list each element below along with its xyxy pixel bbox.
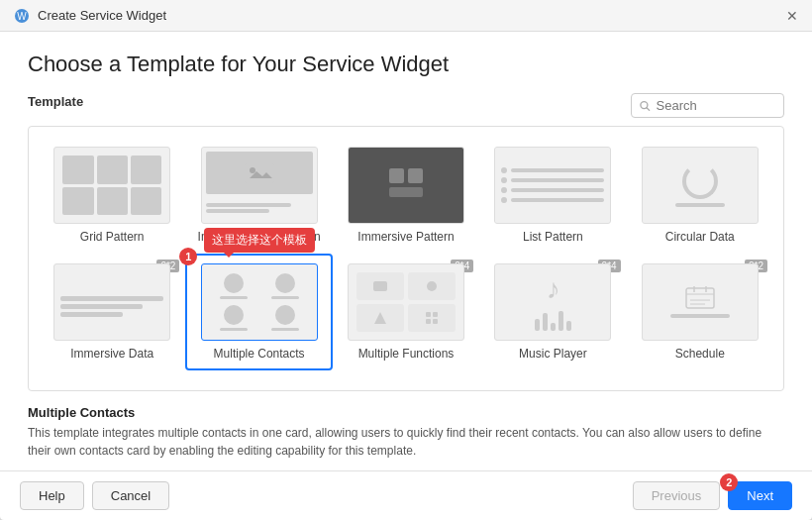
footer-left: Help Cancel bbox=[20, 481, 169, 510]
footer-right: Previous 2 Next bbox=[633, 481, 792, 510]
template-name-grid-pattern: Grid Pattern bbox=[80, 230, 145, 244]
template-name-multiple-contacts: Multiple Contacts bbox=[214, 347, 305, 361]
svg-rect-8 bbox=[389, 168, 404, 183]
template-thumbnail-immersive-pattern bbox=[348, 147, 464, 224]
template-name-schedule: Schedule bbox=[675, 347, 725, 361]
previous-button[interactable]: Previous bbox=[633, 481, 721, 510]
template-thumbnail-multiple-contacts bbox=[201, 263, 318, 341]
svg-point-6 bbox=[250, 167, 255, 173]
dialog-footer: Help Cancel Previous 2 Next bbox=[0, 470, 812, 520]
template-section-header: Template bbox=[28, 93, 784, 118]
title-bar-text: Create Service Widget bbox=[38, 8, 166, 23]
template-item-music-player[interactable]: 2*4 ♪ Music P bbox=[479, 254, 626, 370]
cancel-button[interactable]: Cancel bbox=[92, 481, 169, 510]
template-name-image-with-information: Image With Information bbox=[198, 230, 321, 244]
template-thumbnail-grid-pattern bbox=[53, 147, 170, 224]
help-button[interactable]: Help bbox=[20, 481, 84, 510]
template-name-immersive-data: Immersive Data bbox=[70, 347, 153, 361]
svg-point-12 bbox=[427, 281, 437, 291]
svg-rect-11 bbox=[373, 281, 387, 291]
svg-rect-17 bbox=[433, 319, 438, 324]
dialog-heading: Choose a Template for Your Service Widge… bbox=[28, 52, 784, 77]
svg-rect-14 bbox=[426, 312, 431, 317]
dialog-body: Choose a Template for Your Service Widge… bbox=[0, 32, 812, 391]
template-name-music-player: Music Player bbox=[519, 347, 587, 361]
templates-grid: Grid Pattern bbox=[29, 127, 783, 380]
svg-rect-4 bbox=[245, 163, 274, 183]
description-text: This template integrates multiple contac… bbox=[28, 424, 784, 460]
template-name-circular-data: Circular Data bbox=[665, 230, 735, 244]
svg-line-3 bbox=[647, 107, 650, 110]
close-button[interactable]: ✕ bbox=[786, 9, 798, 23]
title-bar: W Create Service Widget ✕ bbox=[0, 0, 812, 32]
templates-grid-container[interactable]: Grid Pattern bbox=[28, 126, 784, 391]
svg-rect-10 bbox=[389, 187, 423, 197]
template-thumbnail-multiple-functions bbox=[348, 263, 464, 341]
template-thumbnail-circular-data bbox=[642, 147, 759, 224]
template-item-multiple-contacts[interactable]: 1 这里选择这个模板 bbox=[185, 254, 332, 370]
svg-rect-18 bbox=[686, 288, 714, 308]
svg-marker-13 bbox=[374, 312, 386, 324]
title-bar-left: W Create Service Widget bbox=[14, 8, 166, 24]
template-thumbnail-schedule bbox=[642, 263, 759, 341]
description-area: Multiple Contacts This template integrat… bbox=[0, 391, 812, 470]
svg-rect-9 bbox=[408, 168, 423, 183]
template-name-multiple-functions: Multiple Functions bbox=[358, 347, 455, 361]
next-button[interactable]: Next bbox=[728, 481, 792, 510]
template-section-label: Template bbox=[28, 94, 83, 109]
svg-text:W: W bbox=[17, 11, 27, 22]
template-item-list-pattern[interactable]: List Pattern bbox=[479, 137, 626, 254]
template-item-circular-data[interactable]: Circular Data bbox=[627, 137, 773, 254]
template-item-grid-pattern[interactable]: Grid Pattern bbox=[39, 137, 185, 254]
template-thumbnail-immersive-data bbox=[53, 263, 170, 341]
annotation-1-badge: 1 bbox=[179, 248, 197, 265]
svg-rect-7 bbox=[381, 160, 431, 210]
svg-rect-16 bbox=[426, 319, 431, 324]
next-button-container: 2 Next bbox=[728, 481, 792, 510]
search-box[interactable] bbox=[631, 93, 784, 118]
svg-rect-15 bbox=[433, 312, 438, 317]
search-icon bbox=[640, 100, 651, 112]
template-thumbnail-music-player: ♪ bbox=[494, 263, 611, 341]
template-name-immersive-pattern: Immersive Pattern bbox=[357, 230, 454, 244]
create-service-widget-dialog: W Create Service Widget ✕ Choose a Templ… bbox=[0, 0, 812, 520]
description-title: Multiple Contacts bbox=[28, 405, 784, 420]
template-item-multiple-functions[interactable]: 2*4 bbox=[333, 254, 479, 370]
template-thumbnail-list-pattern bbox=[494, 147, 611, 224]
template-item-schedule[interactable]: 2*2 Schedule bbox=[627, 254, 773, 370]
template-item-image-with-information[interactable]: Image With Information bbox=[185, 137, 332, 254]
template-name-list-pattern: List Pattern bbox=[523, 230, 583, 244]
template-thumbnail-image-with-information bbox=[201, 147, 318, 224]
template-item-immersive-pattern[interactable]: Immersive Pattern bbox=[333, 137, 479, 254]
app-icon: W bbox=[14, 8, 30, 24]
template-item-immersive-data[interactable]: 2*2 Immersive Data bbox=[39, 254, 185, 370]
search-input[interactable] bbox=[657, 98, 775, 113]
